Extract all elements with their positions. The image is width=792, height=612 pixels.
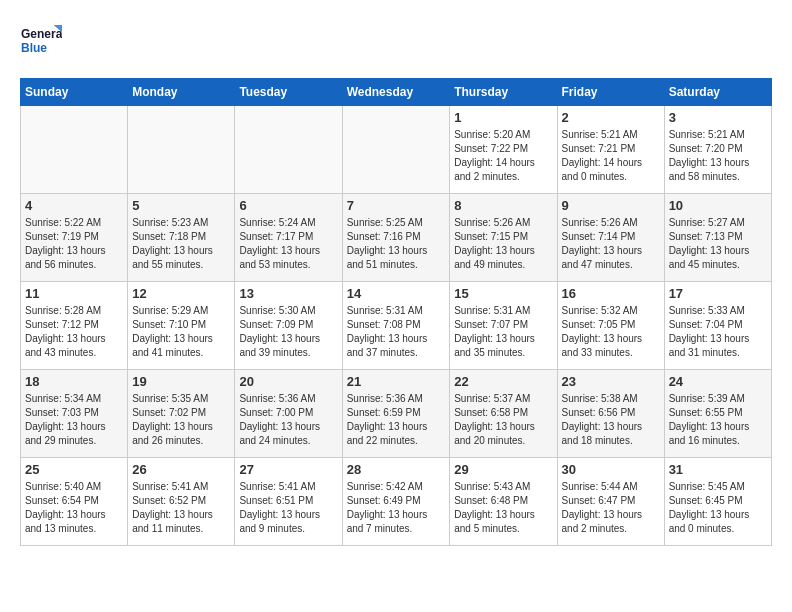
calendar-header-row: SundayMondayTuesdayWednesdayThursdayFrid… — [21, 79, 772, 106]
calendar-day-cell: 29Sunrise: 5:43 AM Sunset: 6:48 PM Dayli… — [450, 458, 557, 546]
day-number: 6 — [239, 198, 337, 213]
day-info: Sunrise: 5:43 AM Sunset: 6:48 PM Dayligh… — [454, 480, 552, 536]
day-number: 22 — [454, 374, 552, 389]
svg-text:General: General — [21, 27, 62, 41]
day-info: Sunrise: 5:41 AM Sunset: 6:51 PM Dayligh… — [239, 480, 337, 536]
calendar-week-row: 11Sunrise: 5:28 AM Sunset: 7:12 PM Dayli… — [21, 282, 772, 370]
calendar-day-cell: 3Sunrise: 5:21 AM Sunset: 7:20 PM Daylig… — [664, 106, 771, 194]
day-info: Sunrise: 5:37 AM Sunset: 6:58 PM Dayligh… — [454, 392, 552, 448]
day-number: 26 — [132, 462, 230, 477]
calendar-day-cell — [342, 106, 450, 194]
day-info: Sunrise: 5:31 AM Sunset: 7:07 PM Dayligh… — [454, 304, 552, 360]
calendar-week-row: 25Sunrise: 5:40 AM Sunset: 6:54 PM Dayli… — [21, 458, 772, 546]
calendar-day-cell: 28Sunrise: 5:42 AM Sunset: 6:49 PM Dayli… — [342, 458, 450, 546]
day-info: Sunrise: 5:40 AM Sunset: 6:54 PM Dayligh… — [25, 480, 123, 536]
day-number: 20 — [239, 374, 337, 389]
day-info: Sunrise: 5:28 AM Sunset: 7:12 PM Dayligh… — [25, 304, 123, 360]
day-number: 10 — [669, 198, 767, 213]
day-number: 19 — [132, 374, 230, 389]
day-info: Sunrise: 5:25 AM Sunset: 7:16 PM Dayligh… — [347, 216, 446, 272]
day-of-week-header: Saturday — [664, 79, 771, 106]
day-number: 4 — [25, 198, 123, 213]
calendar-table: SundayMondayTuesdayWednesdayThursdayFrid… — [20, 78, 772, 546]
day-number: 13 — [239, 286, 337, 301]
day-info: Sunrise: 5:35 AM Sunset: 7:02 PM Dayligh… — [132, 392, 230, 448]
day-info: Sunrise: 5:27 AM Sunset: 7:13 PM Dayligh… — [669, 216, 767, 272]
day-number: 15 — [454, 286, 552, 301]
day-info: Sunrise: 5:38 AM Sunset: 6:56 PM Dayligh… — [562, 392, 660, 448]
day-number: 18 — [25, 374, 123, 389]
calendar-day-cell: 13Sunrise: 5:30 AM Sunset: 7:09 PM Dayli… — [235, 282, 342, 370]
day-info: Sunrise: 5:24 AM Sunset: 7:17 PM Dayligh… — [239, 216, 337, 272]
day-of-week-header: Wednesday — [342, 79, 450, 106]
day-number: 17 — [669, 286, 767, 301]
day-info: Sunrise: 5:26 AM Sunset: 7:15 PM Dayligh… — [454, 216, 552, 272]
calendar-day-cell: 24Sunrise: 5:39 AM Sunset: 6:55 PM Dayli… — [664, 370, 771, 458]
logo-svg: General Blue — [20, 20, 62, 62]
calendar-day-cell: 14Sunrise: 5:31 AM Sunset: 7:08 PM Dayli… — [342, 282, 450, 370]
calendar-day-cell — [128, 106, 235, 194]
day-info: Sunrise: 5:21 AM Sunset: 7:21 PM Dayligh… — [562, 128, 660, 184]
day-number: 16 — [562, 286, 660, 301]
day-info: Sunrise: 5:34 AM Sunset: 7:03 PM Dayligh… — [25, 392, 123, 448]
day-number: 30 — [562, 462, 660, 477]
calendar-day-cell: 20Sunrise: 5:36 AM Sunset: 7:00 PM Dayli… — [235, 370, 342, 458]
calendar-day-cell: 15Sunrise: 5:31 AM Sunset: 7:07 PM Dayli… — [450, 282, 557, 370]
calendar-day-cell: 21Sunrise: 5:36 AM Sunset: 6:59 PM Dayli… — [342, 370, 450, 458]
day-number: 11 — [25, 286, 123, 301]
svg-text:Blue: Blue — [21, 41, 47, 55]
day-number: 21 — [347, 374, 446, 389]
calendar-day-cell: 2Sunrise: 5:21 AM Sunset: 7:21 PM Daylig… — [557, 106, 664, 194]
calendar-day-cell: 23Sunrise: 5:38 AM Sunset: 6:56 PM Dayli… — [557, 370, 664, 458]
day-info: Sunrise: 5:26 AM Sunset: 7:14 PM Dayligh… — [562, 216, 660, 272]
day-of-week-header: Tuesday — [235, 79, 342, 106]
day-info: Sunrise: 5:45 AM Sunset: 6:45 PM Dayligh… — [669, 480, 767, 536]
day-number: 23 — [562, 374, 660, 389]
calendar-day-cell: 31Sunrise: 5:45 AM Sunset: 6:45 PM Dayli… — [664, 458, 771, 546]
day-number: 7 — [347, 198, 446, 213]
day-info: Sunrise: 5:44 AM Sunset: 6:47 PM Dayligh… — [562, 480, 660, 536]
calendar-day-cell: 8Sunrise: 5:26 AM Sunset: 7:15 PM Daylig… — [450, 194, 557, 282]
calendar-week-row: 4Sunrise: 5:22 AM Sunset: 7:19 PM Daylig… — [21, 194, 772, 282]
calendar-day-cell: 27Sunrise: 5:41 AM Sunset: 6:51 PM Dayli… — [235, 458, 342, 546]
day-of-week-header: Thursday — [450, 79, 557, 106]
day-info: Sunrise: 5:22 AM Sunset: 7:19 PM Dayligh… — [25, 216, 123, 272]
day-number: 9 — [562, 198, 660, 213]
day-number: 1 — [454, 110, 552, 125]
calendar-day-cell: 5Sunrise: 5:23 AM Sunset: 7:18 PM Daylig… — [128, 194, 235, 282]
calendar-day-cell: 9Sunrise: 5:26 AM Sunset: 7:14 PM Daylig… — [557, 194, 664, 282]
day-info: Sunrise: 5:36 AM Sunset: 7:00 PM Dayligh… — [239, 392, 337, 448]
day-number: 14 — [347, 286, 446, 301]
day-info: Sunrise: 5:30 AM Sunset: 7:09 PM Dayligh… — [239, 304, 337, 360]
calendar-day-cell: 19Sunrise: 5:35 AM Sunset: 7:02 PM Dayli… — [128, 370, 235, 458]
page-header: General Blue — [20, 20, 772, 62]
calendar-day-cell: 25Sunrise: 5:40 AM Sunset: 6:54 PM Dayli… — [21, 458, 128, 546]
day-number: 8 — [454, 198, 552, 213]
calendar-week-row: 18Sunrise: 5:34 AM Sunset: 7:03 PM Dayli… — [21, 370, 772, 458]
day-number: 25 — [25, 462, 123, 477]
day-number: 12 — [132, 286, 230, 301]
day-number: 24 — [669, 374, 767, 389]
calendar-day-cell: 12Sunrise: 5:29 AM Sunset: 7:10 PM Dayli… — [128, 282, 235, 370]
day-number: 2 — [562, 110, 660, 125]
day-info: Sunrise: 5:42 AM Sunset: 6:49 PM Dayligh… — [347, 480, 446, 536]
calendar-day-cell: 30Sunrise: 5:44 AM Sunset: 6:47 PM Dayli… — [557, 458, 664, 546]
calendar-day-cell: 6Sunrise: 5:24 AM Sunset: 7:17 PM Daylig… — [235, 194, 342, 282]
day-number: 5 — [132, 198, 230, 213]
calendar-day-cell — [235, 106, 342, 194]
calendar-week-row: 1Sunrise: 5:20 AM Sunset: 7:22 PM Daylig… — [21, 106, 772, 194]
day-info: Sunrise: 5:41 AM Sunset: 6:52 PM Dayligh… — [132, 480, 230, 536]
day-number: 28 — [347, 462, 446, 477]
day-number: 3 — [669, 110, 767, 125]
day-info: Sunrise: 5:36 AM Sunset: 6:59 PM Dayligh… — [347, 392, 446, 448]
calendar-day-cell — [21, 106, 128, 194]
calendar-day-cell: 18Sunrise: 5:34 AM Sunset: 7:03 PM Dayli… — [21, 370, 128, 458]
calendar-day-cell: 26Sunrise: 5:41 AM Sunset: 6:52 PM Dayli… — [128, 458, 235, 546]
calendar-day-cell: 10Sunrise: 5:27 AM Sunset: 7:13 PM Dayli… — [664, 194, 771, 282]
day-info: Sunrise: 5:33 AM Sunset: 7:04 PM Dayligh… — [669, 304, 767, 360]
day-of-week-header: Friday — [557, 79, 664, 106]
calendar-day-cell: 4Sunrise: 5:22 AM Sunset: 7:19 PM Daylig… — [21, 194, 128, 282]
day-info: Sunrise: 5:29 AM Sunset: 7:10 PM Dayligh… — [132, 304, 230, 360]
day-number: 29 — [454, 462, 552, 477]
day-info: Sunrise: 5:32 AM Sunset: 7:05 PM Dayligh… — [562, 304, 660, 360]
